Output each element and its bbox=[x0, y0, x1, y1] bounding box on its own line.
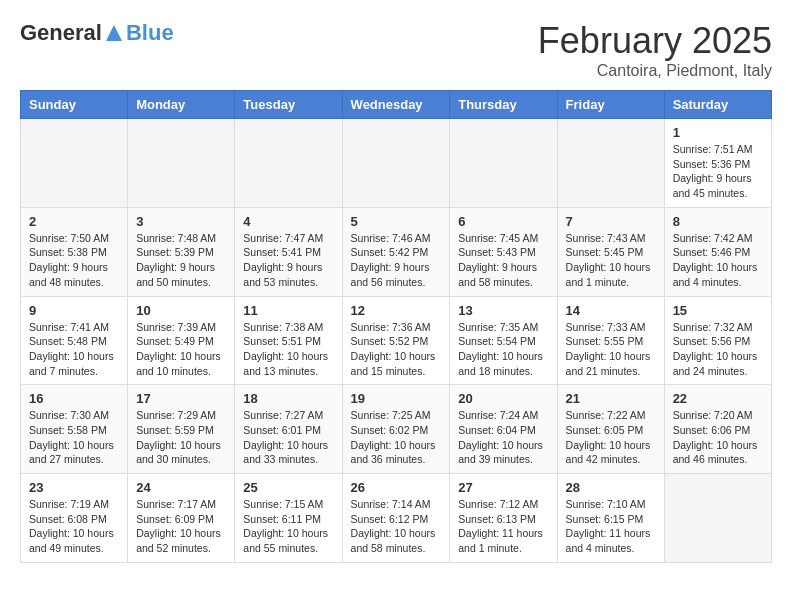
day-number: 27 bbox=[458, 480, 548, 495]
day-number: 28 bbox=[566, 480, 656, 495]
calendar-cell bbox=[664, 474, 771, 563]
day-info: Sunrise: 7:15 AM Sunset: 6:11 PM Dayligh… bbox=[243, 497, 333, 556]
day-number: 8 bbox=[673, 214, 763, 229]
calendar-table: SundayMondayTuesdayWednesdayThursdayFrid… bbox=[20, 90, 772, 563]
day-header-sunday: Sunday bbox=[21, 91, 128, 119]
day-info: Sunrise: 7:38 AM Sunset: 5:51 PM Dayligh… bbox=[243, 320, 333, 379]
calendar-cell: 6Sunrise: 7:45 AM Sunset: 5:43 PM Daylig… bbox=[450, 207, 557, 296]
day-number: 24 bbox=[136, 480, 226, 495]
logo-general-text: General bbox=[20, 20, 102, 46]
calendar-cell bbox=[342, 119, 450, 208]
day-number: 20 bbox=[458, 391, 548, 406]
calendar-cell: 11Sunrise: 7:38 AM Sunset: 5:51 PM Dayli… bbox=[235, 296, 342, 385]
day-info: Sunrise: 7:42 AM Sunset: 5:46 PM Dayligh… bbox=[673, 231, 763, 290]
page-header: General Blue February 2025 Cantoira, Pie… bbox=[20, 20, 772, 80]
calendar-cell: 1Sunrise: 7:51 AM Sunset: 5:36 PM Daylig… bbox=[664, 119, 771, 208]
day-info: Sunrise: 7:43 AM Sunset: 5:45 PM Dayligh… bbox=[566, 231, 656, 290]
calendar-cell: 26Sunrise: 7:14 AM Sunset: 6:12 PM Dayli… bbox=[342, 474, 450, 563]
calendar-cell: 15Sunrise: 7:32 AM Sunset: 5:56 PM Dayli… bbox=[664, 296, 771, 385]
day-info: Sunrise: 7:30 AM Sunset: 5:58 PM Dayligh… bbox=[29, 408, 119, 467]
calendar-cell: 27Sunrise: 7:12 AM Sunset: 6:13 PM Dayli… bbox=[450, 474, 557, 563]
day-info: Sunrise: 7:33 AM Sunset: 5:55 PM Dayligh… bbox=[566, 320, 656, 379]
day-info: Sunrise: 7:27 AM Sunset: 6:01 PM Dayligh… bbox=[243, 408, 333, 467]
day-info: Sunrise: 7:45 AM Sunset: 5:43 PM Dayligh… bbox=[458, 231, 548, 290]
calendar-week-1: 1Sunrise: 7:51 AM Sunset: 5:36 PM Daylig… bbox=[21, 119, 772, 208]
calendar-cell: 25Sunrise: 7:15 AM Sunset: 6:11 PM Dayli… bbox=[235, 474, 342, 563]
day-info: Sunrise: 7:36 AM Sunset: 5:52 PM Dayligh… bbox=[351, 320, 442, 379]
day-number: 16 bbox=[29, 391, 119, 406]
calendar-cell: 17Sunrise: 7:29 AM Sunset: 5:59 PM Dayli… bbox=[128, 385, 235, 474]
day-header-thursday: Thursday bbox=[450, 91, 557, 119]
day-info: Sunrise: 7:29 AM Sunset: 5:59 PM Dayligh… bbox=[136, 408, 226, 467]
calendar-cell: 9Sunrise: 7:41 AM Sunset: 5:48 PM Daylig… bbox=[21, 296, 128, 385]
calendar-week-2: 2Sunrise: 7:50 AM Sunset: 5:38 PM Daylig… bbox=[21, 207, 772, 296]
calendar-week-5: 23Sunrise: 7:19 AM Sunset: 6:08 PM Dayli… bbox=[21, 474, 772, 563]
calendar-cell: 10Sunrise: 7:39 AM Sunset: 5:49 PM Dayli… bbox=[128, 296, 235, 385]
day-info: Sunrise: 7:10 AM Sunset: 6:15 PM Dayligh… bbox=[566, 497, 656, 556]
day-number: 10 bbox=[136, 303, 226, 318]
day-info: Sunrise: 7:35 AM Sunset: 5:54 PM Dayligh… bbox=[458, 320, 548, 379]
day-info: Sunrise: 7:39 AM Sunset: 5:49 PM Dayligh… bbox=[136, 320, 226, 379]
logo: General Blue bbox=[20, 20, 174, 46]
calendar-cell bbox=[557, 119, 664, 208]
calendar-cell: 19Sunrise: 7:25 AM Sunset: 6:02 PM Dayli… bbox=[342, 385, 450, 474]
calendar-cell: 5Sunrise: 7:46 AM Sunset: 5:42 PM Daylig… bbox=[342, 207, 450, 296]
day-info: Sunrise: 7:51 AM Sunset: 5:36 PM Dayligh… bbox=[673, 142, 763, 201]
day-info: Sunrise: 7:17 AM Sunset: 6:09 PM Dayligh… bbox=[136, 497, 226, 556]
calendar-cell: 20Sunrise: 7:24 AM Sunset: 6:04 PM Dayli… bbox=[450, 385, 557, 474]
day-number: 22 bbox=[673, 391, 763, 406]
day-number: 12 bbox=[351, 303, 442, 318]
day-number: 14 bbox=[566, 303, 656, 318]
calendar-cell bbox=[128, 119, 235, 208]
day-header-wednesday: Wednesday bbox=[342, 91, 450, 119]
calendar-cell: 28Sunrise: 7:10 AM Sunset: 6:15 PM Dayli… bbox=[557, 474, 664, 563]
svg-marker-0 bbox=[106, 25, 122, 41]
calendar-cell: 7Sunrise: 7:43 AM Sunset: 5:45 PM Daylig… bbox=[557, 207, 664, 296]
day-number: 18 bbox=[243, 391, 333, 406]
day-number: 1 bbox=[673, 125, 763, 140]
day-info: Sunrise: 7:25 AM Sunset: 6:02 PM Dayligh… bbox=[351, 408, 442, 467]
calendar-cell: 13Sunrise: 7:35 AM Sunset: 5:54 PM Dayli… bbox=[450, 296, 557, 385]
logo-blue-text: Blue bbox=[126, 20, 174, 46]
day-info: Sunrise: 7:19 AM Sunset: 6:08 PM Dayligh… bbox=[29, 497, 119, 556]
day-number: 26 bbox=[351, 480, 442, 495]
day-number: 6 bbox=[458, 214, 548, 229]
calendar-cell: 21Sunrise: 7:22 AM Sunset: 6:05 PM Dayli… bbox=[557, 385, 664, 474]
day-info: Sunrise: 7:48 AM Sunset: 5:39 PM Dayligh… bbox=[136, 231, 226, 290]
day-header-saturday: Saturday bbox=[664, 91, 771, 119]
day-info: Sunrise: 7:20 AM Sunset: 6:06 PM Dayligh… bbox=[673, 408, 763, 467]
day-number: 3 bbox=[136, 214, 226, 229]
location-subtitle: Cantoira, Piedmont, Italy bbox=[538, 62, 772, 80]
day-header-tuesday: Tuesday bbox=[235, 91, 342, 119]
calendar-cell bbox=[21, 119, 128, 208]
day-number: 4 bbox=[243, 214, 333, 229]
calendar-cell bbox=[450, 119, 557, 208]
title-block: February 2025 Cantoira, Piedmont, Italy bbox=[538, 20, 772, 80]
calendar-header-row: SundayMondayTuesdayWednesdayThursdayFrid… bbox=[21, 91, 772, 119]
calendar-cell: 3Sunrise: 7:48 AM Sunset: 5:39 PM Daylig… bbox=[128, 207, 235, 296]
calendar-cell: 4Sunrise: 7:47 AM Sunset: 5:41 PM Daylig… bbox=[235, 207, 342, 296]
day-number: 11 bbox=[243, 303, 333, 318]
day-number: 17 bbox=[136, 391, 226, 406]
day-number: 2 bbox=[29, 214, 119, 229]
calendar-cell: 16Sunrise: 7:30 AM Sunset: 5:58 PM Dayli… bbox=[21, 385, 128, 474]
day-number: 13 bbox=[458, 303, 548, 318]
day-number: 5 bbox=[351, 214, 442, 229]
day-info: Sunrise: 7:14 AM Sunset: 6:12 PM Dayligh… bbox=[351, 497, 442, 556]
calendar-cell: 22Sunrise: 7:20 AM Sunset: 6:06 PM Dayli… bbox=[664, 385, 771, 474]
calendar-cell bbox=[235, 119, 342, 208]
day-number: 7 bbox=[566, 214, 656, 229]
calendar-cell: 8Sunrise: 7:42 AM Sunset: 5:46 PM Daylig… bbox=[664, 207, 771, 296]
day-info: Sunrise: 7:41 AM Sunset: 5:48 PM Dayligh… bbox=[29, 320, 119, 379]
day-info: Sunrise: 7:46 AM Sunset: 5:42 PM Dayligh… bbox=[351, 231, 442, 290]
day-info: Sunrise: 7:12 AM Sunset: 6:13 PM Dayligh… bbox=[458, 497, 548, 556]
day-info: Sunrise: 7:32 AM Sunset: 5:56 PM Dayligh… bbox=[673, 320, 763, 379]
day-number: 21 bbox=[566, 391, 656, 406]
calendar-cell: 12Sunrise: 7:36 AM Sunset: 5:52 PM Dayli… bbox=[342, 296, 450, 385]
month-title: February 2025 bbox=[538, 20, 772, 62]
day-info: Sunrise: 7:22 AM Sunset: 6:05 PM Dayligh… bbox=[566, 408, 656, 467]
day-header-friday: Friday bbox=[557, 91, 664, 119]
calendar-cell: 2Sunrise: 7:50 AM Sunset: 5:38 PM Daylig… bbox=[21, 207, 128, 296]
day-header-monday: Monday bbox=[128, 91, 235, 119]
calendar-cell: 23Sunrise: 7:19 AM Sunset: 6:08 PM Dayli… bbox=[21, 474, 128, 563]
